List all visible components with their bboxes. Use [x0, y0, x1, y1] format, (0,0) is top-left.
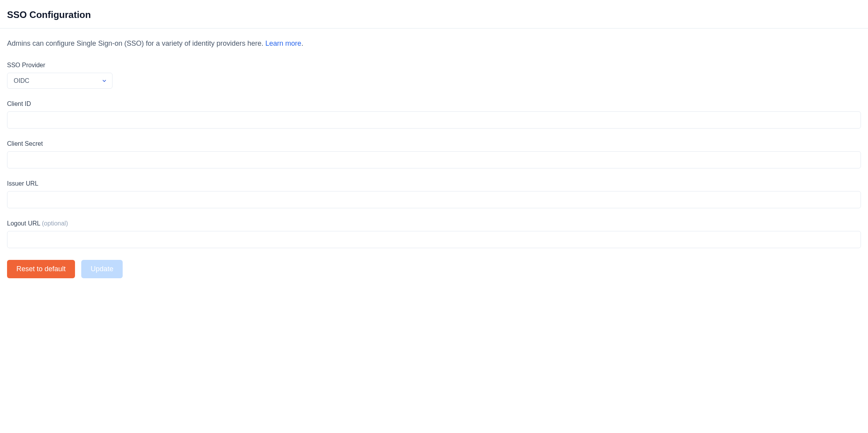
page-content: Admins can configure Single Sign-on (SSO… [0, 29, 868, 289]
sso-provider-select-wrapper: OIDC [7, 73, 113, 89]
description-suffix: . [301, 39, 303, 47]
description-prefix: Admins can configure Single Sign-on (SSO… [7, 39, 265, 47]
page-header: SSO Configuration [0, 0, 868, 29]
sso-provider-group: SSO Provider OIDC [7, 62, 861, 89]
description-text: Admins can configure Single Sign-on (SSO… [7, 39, 861, 48]
issuer-url-group: Issuer URL [7, 180, 861, 208]
issuer-url-input[interactable] [7, 191, 861, 208]
logout-url-group: Logout URL (optional) [7, 220, 861, 248]
learn-more-link[interactable]: Learn more [265, 39, 301, 47]
update-button[interactable]: Update [81, 260, 123, 278]
sso-provider-label: SSO Provider [7, 62, 861, 69]
page-title: SSO Configuration [7, 9, 861, 20]
client-secret-input[interactable] [7, 151, 861, 168]
logout-url-optional-text: (optional) [42, 220, 68, 227]
client-id-input[interactable] [7, 111, 861, 129]
logout-url-input[interactable] [7, 231, 861, 248]
issuer-url-label: Issuer URL [7, 180, 861, 187]
client-id-label: Client ID [7, 100, 861, 107]
reset-to-default-button[interactable]: Reset to default [7, 260, 75, 278]
sso-provider-select[interactable]: OIDC [7, 73, 113, 89]
logout-url-label-text: Logout URL [7, 220, 42, 227]
client-id-group: Client ID [7, 100, 861, 129]
logout-url-label: Logout URL (optional) [7, 220, 861, 227]
button-row: Reset to default Update [7, 260, 861, 278]
client-secret-label: Client Secret [7, 140, 861, 147]
client-secret-group: Client Secret [7, 140, 861, 168]
